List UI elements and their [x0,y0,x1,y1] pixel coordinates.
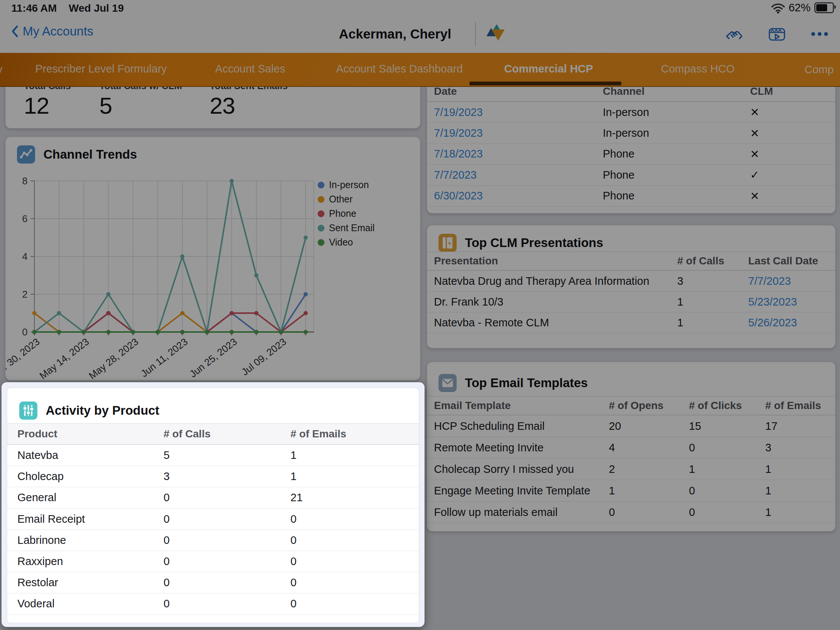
cell: Natevba [17,449,164,461]
cell: 0 [164,597,291,610]
cell: 0 [291,555,411,568]
table-row: General021 [7,487,419,508]
cell: Restolar [17,576,164,589]
cell: General [17,491,164,504]
table-row: Voderal00 [7,593,419,614]
screen: 11:46 AM Wed Jul 19 62% [0,0,840,630]
table-row: Natevba51 [7,445,419,466]
cell: Voderal [17,597,164,610]
activity-sliders-icon [19,401,37,420]
cell: 0 [164,534,291,546]
cell: 0 [291,597,411,610]
activity-by-product-card: Activity by Product Product# of Calls# o… [7,387,419,623]
cell: Cholecap [17,470,164,483]
cell: 0 [164,491,291,504]
table-row: Raxxipen00 [7,551,419,572]
table-row: Cholecap31 [7,466,419,487]
cell: 0 [291,534,411,546]
table-footer [7,614,419,623]
cell: Raxxipen [17,555,164,568]
cell: 0 [291,576,411,589]
column-header: # of Emails [291,428,411,440]
cell: 21 [291,491,411,504]
cell: 0 [164,555,291,568]
cell: Email Receipt [17,513,164,525]
cell: 1 [291,470,411,483]
table-row: Email Receipt00 [7,508,419,529]
table-row: Labrinone00 [7,529,419,551]
cell: 3 [164,470,291,483]
column-header: # of Calls [164,428,291,440]
cell: 0 [164,576,291,589]
cell: 0 [164,513,291,525]
walkthrough-highlight: Activity by Product Product# of Calls# o… [2,382,425,627]
cell: Labrinone [17,534,164,546]
cell: 0 [291,513,411,525]
table-row: Restolar00 [7,572,419,593]
cell: 5 [164,449,291,461]
header-row: Product# of Calls# of Emails [7,423,419,445]
column-header: Product [17,428,164,440]
activity-card-title: Activity by Product [46,403,159,418]
cell: 1 [291,449,411,461]
